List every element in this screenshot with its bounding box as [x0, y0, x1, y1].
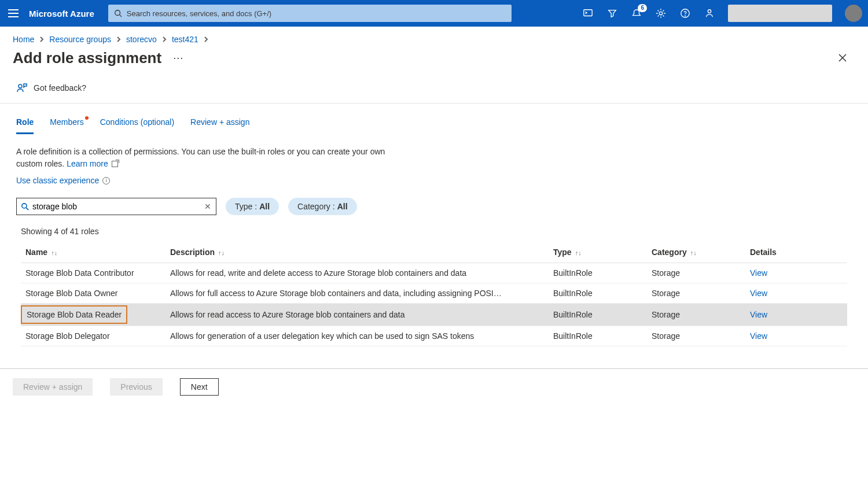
cell-category: Storage: [652, 331, 750, 341]
review-assign-button: Review + assign: [13, 378, 93, 396]
cell-description: Allows for read, write and delete access…: [170, 268, 553, 278]
filter-row: ✕ Type : All Category : All: [0, 187, 868, 217]
cell-name: Storage Blob Data Owner: [25, 289, 170, 298]
filter-type-pill[interactable]: Type : All: [226, 198, 279, 215]
sort-icon: ↑↓: [690, 249, 697, 256]
global-search[interactable]: [108, 5, 512, 22]
settings-gear-icon[interactable]: [655, 8, 667, 19]
tab-members-label: Members: [50, 117, 83, 127]
chevron-right-icon: [161, 36, 167, 42]
page-title: Add role assignment: [13, 49, 161, 67]
brand-label[interactable]: Microsoft Azure: [29, 9, 94, 19]
chevron-right-icon: [116, 36, 122, 42]
clear-search-button[interactable]: ✕: [204, 202, 211, 211]
help-icon[interactable]: [679, 8, 691, 19]
external-link-icon: [112, 161, 118, 167]
view-link[interactable]: View: [750, 289, 843, 298]
cell-type: BuiltInRole: [553, 289, 652, 298]
account-info[interactable]: [728, 5, 832, 22]
tab-role[interactable]: Role: [16, 117, 34, 134]
person-feedback-icon: [16, 82, 28, 94]
tab-members[interactable]: Members: [50, 117, 83, 134]
menu-toggle-button[interactable]: [6, 6, 21, 21]
col-description[interactable]: Description↑↓: [170, 248, 553, 257]
cell-type: BuiltInRole: [553, 331, 652, 341]
breadcrumb-storecvo[interactable]: storecvo: [126, 35, 157, 44]
cell-type: BuiltInRole: [553, 310, 652, 319]
view-link[interactable]: View: [750, 268, 843, 278]
breadcrumb-resource-groups[interactable]: Resource groups: [49, 35, 111, 44]
cloud-shell-icon[interactable]: [582, 8, 594, 19]
notifications-icon[interactable]: 6: [631, 8, 642, 19]
col-type[interactable]: Type↑↓: [553, 248, 652, 257]
cell-name: Storage Blob Data Contributor: [25, 268, 170, 278]
svg-point-6: [708, 10, 711, 13]
svg-point-8: [22, 203, 27, 208]
global-search-input[interactable]: [127, 9, 506, 18]
cell-category: Storage: [652, 310, 750, 319]
table-row[interactable]: Storage Blob Data ContributorAllows for …: [21, 263, 847, 283]
view-link[interactable]: View: [750, 331, 843, 341]
svg-point-7: [19, 84, 22, 88]
cell-type: BuiltInRole: [553, 268, 652, 278]
next-button[interactable]: Next: [180, 378, 219, 396]
svg-line-1: [119, 15, 122, 17]
svg-rect-2: [584, 10, 592, 16]
cell-name: Storage Blob Delegator: [25, 331, 170, 341]
classic-experience-row: Use classic experience i: [0, 173, 868, 187]
feedback-label: Got feedback?: [34, 83, 86, 93]
svg-point-5: [685, 16, 686, 16]
filter-category-pill[interactable]: Category : All: [288, 198, 356, 215]
tab-strip: Role Members Conditions (optional) Revie…: [0, 104, 868, 134]
cell-description: Allows for full access to Azure Storage …: [170, 289, 553, 298]
cell-description: Allows for generation of a user delegati…: [170, 331, 553, 341]
result-count: Showing 4 of 41 roles: [0, 217, 868, 239]
breadcrumb-home[interactable]: Home: [13, 35, 34, 44]
role-search-box[interactable]: ✕: [16, 198, 216, 215]
description-text: A role definition is a collection of per…: [0, 134, 428, 173]
avatar[interactable]: [845, 5, 862, 22]
chevron-right-icon: [203, 36, 209, 42]
page-header: Add role assignment ···: [0, 46, 868, 77]
cell-description: Allows for read access to Azure Storage …: [170, 310, 553, 319]
breadcrumb: Home Resource groups storecvo test421: [0, 27, 868, 46]
previous-button: Previous: [110, 378, 162, 396]
search-icon: [21, 203, 29, 211]
sort-icon: ↑↓: [218, 249, 225, 256]
info-icon[interactable]: i: [102, 177, 110, 184]
sort-icon: ↑↓: [575, 249, 582, 256]
breadcrumb-test421[interactable]: test421: [172, 35, 198, 44]
notification-badge: 6: [638, 4, 647, 12]
search-icon: [114, 9, 122, 17]
learn-more-link[interactable]: Learn more: [67, 159, 117, 168]
col-details: Details: [750, 248, 843, 257]
filter-icon[interactable]: [606, 8, 618, 19]
role-search-input[interactable]: [32, 202, 201, 211]
feedback-bar[interactable]: Got feedback?: [0, 77, 868, 104]
feedback-icon[interactable]: [704, 8, 715, 19]
chevron-right-icon: [39, 36, 45, 42]
close-button[interactable]: [833, 49, 852, 67]
grid-header-row: Name↑↓ Description↑↓ Type↑↓ Category↑↓ D…: [21, 242, 847, 263]
sort-icon: ↑↓: [51, 249, 57, 256]
highlighted-name: Storage Blob Data Reader: [21, 305, 127, 324]
col-name[interactable]: Name↑↓: [25, 248, 170, 257]
wizard-footer: Review + assign Previous Next: [0, 368, 868, 405]
classic-experience-link[interactable]: Use classic experience: [16, 176, 99, 185]
attention-dot-icon: [85, 116, 89, 120]
roles-grid: Name↑↓ Description↑↓ Type↑↓ Category↑↓ D…: [21, 242, 847, 346]
tab-review[interactable]: Review + assign: [190, 117, 249, 134]
more-actions-button[interactable]: ···: [173, 52, 183, 64]
tab-conditions[interactable]: Conditions (optional): [100, 117, 174, 134]
col-category[interactable]: Category↑↓: [652, 248, 750, 257]
svg-point-3: [659, 12, 662, 14]
global-header: Microsoft Azure 6: [0, 0, 868, 27]
svg-line-9: [26, 208, 28, 210]
svg-point-0: [115, 10, 120, 16]
cell-category: Storage: [652, 289, 750, 298]
view-link[interactable]: View: [750, 310, 843, 319]
table-row[interactable]: Storage Blob Data ReaderAllows for read …: [21, 304, 847, 326]
table-row[interactable]: Storage Blob DelegatorAllows for generat…: [21, 326, 847, 346]
table-row[interactable]: Storage Blob Data OwnerAllows for full a…: [21, 283, 847, 304]
cell-category: Storage: [652, 268, 750, 278]
